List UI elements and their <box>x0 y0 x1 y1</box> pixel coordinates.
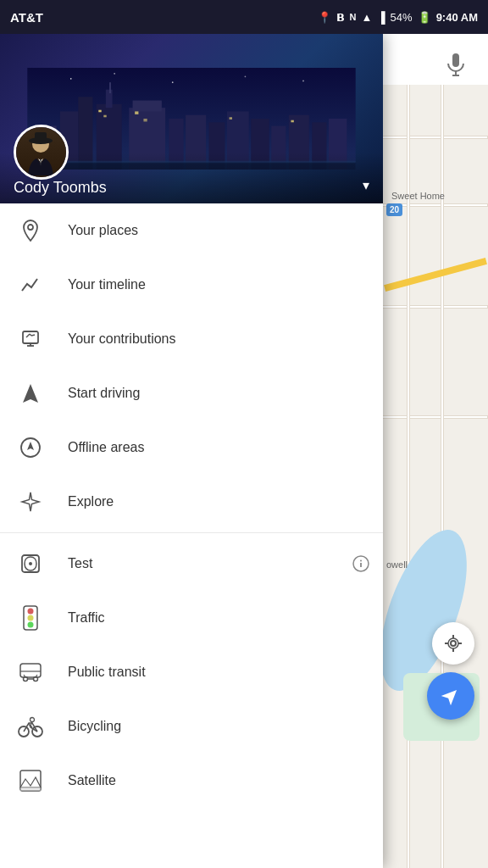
location-status-icon: 📍 <box>318 11 331 24</box>
map-highway <box>384 258 487 292</box>
battery-icon: 🔋 <box>418 11 431 24</box>
explore-icon <box>14 485 47 519</box>
svg-rect-33 <box>98 110 101 113</box>
svg-rect-38 <box>291 120 293 123</box>
menu-item-public-transit[interactable]: Public transit <box>0 645 383 699</box>
account-dropdown-arrow[interactable]: ▾ <box>363 177 369 193</box>
svg-point-62 <box>28 622 34 628</box>
menu-label-your-places: Your places <box>68 223 369 238</box>
wifi-icon: ▲ <box>362 11 373 24</box>
svg-point-13 <box>172 81 174 83</box>
svg-rect-36 <box>143 119 147 121</box>
search-area <box>383 34 488 85</box>
menu-item-start-driving[interactable]: Start driving <box>0 366 383 420</box>
microphone-button[interactable] <box>437 46 474 83</box>
menu-item-offline-areas[interactable]: Offline areas <box>0 420 383 475</box>
svg-line-49 <box>30 334 31 336</box>
battery-text: 54% <box>391 11 413 24</box>
navigation-drawer: Cody Toombs ▾ Your places Your timeline <box>0 34 383 868</box>
svg-point-8 <box>448 638 458 648</box>
svg-marker-9 <box>441 685 462 705</box>
bluetooth-icon: 𝗕 <box>336 11 345 24</box>
info-icon[interactable] <box>352 555 369 572</box>
svg-point-58 <box>360 560 362 562</box>
svg-rect-43 <box>35 132 47 142</box>
satellite-icon <box>14 764 47 798</box>
map-road <box>441 68 444 868</box>
svg-marker-53 <box>27 442 34 450</box>
svg-marker-74 <box>20 777 41 787</box>
driving-icon <box>14 376 47 410</box>
menu-label-explore: Explore <box>68 494 369 509</box>
menu-item-your-contributions[interactable]: Your contributions <box>0 312 383 366</box>
svg-rect-0 <box>452 53 459 67</box>
svg-rect-23 <box>133 101 162 112</box>
svg-point-14 <box>245 75 247 77</box>
status-bar: AT&T 📍 𝗕 N ▲ ▐ 54% 🔋 9:40 AM <box>0 0 488 34</box>
menu-item-traffic[interactable]: Traffic <box>0 591 383 645</box>
status-right: 📍 𝗕 N ▲ ▐ 54% 🔋 9:40 AM <box>318 11 478 24</box>
menu-item-your-timeline[interactable]: Your timeline <box>0 258 383 312</box>
menu-item-your-places[interactable]: Your places <box>0 203 383 258</box>
menu-label-offline-areas: Offline areas <box>68 440 369 455</box>
avatar[interactable] <box>14 125 69 180</box>
navigation-button[interactable] <box>427 672 474 720</box>
bicycling-icon <box>14 709 47 743</box>
svg-rect-63 <box>20 664 41 677</box>
test-icon <box>14 547 47 581</box>
contributions-icon <box>14 322 47 356</box>
svg-point-65 <box>24 677 28 682</box>
svg-point-55 <box>29 562 32 565</box>
menu-item-satellite[interactable]: Satellite <box>0 754 383 808</box>
menu-item-bicycling[interactable]: Bicycling <box>0 699 383 754</box>
svg-point-66 <box>34 677 38 682</box>
carrier-text: AT&T <box>10 10 43 25</box>
menu-label-bicycling: Bicycling <box>68 719 369 734</box>
svg-point-12 <box>114 73 115 75</box>
transit-icon <box>14 655 47 689</box>
menu-item-explore[interactable]: Explore <box>0 475 383 529</box>
drawer-header: Cody Toombs ▾ <box>0 34 383 203</box>
svg-rect-35 <box>135 111 138 114</box>
svg-rect-20 <box>106 90 113 108</box>
menu-label-start-driving: Start driving <box>68 386 369 401</box>
menu-label-satellite: Satellite <box>68 773 369 788</box>
svg-point-72 <box>30 718 35 722</box>
menu-label-test: Test <box>68 556 352 571</box>
svg-marker-51 <box>23 384 38 403</box>
menu-label-traffic: Traffic <box>68 610 369 626</box>
traffic-icon <box>14 601 47 635</box>
user-name: Cody Toombs <box>14 179 107 197</box>
svg-point-44 <box>28 225 33 230</box>
svg-point-61 <box>28 615 34 621</box>
map-place-label2: owell <box>386 559 408 570</box>
timeline-icon <box>14 268 47 302</box>
svg-point-15 <box>302 81 304 82</box>
svg-rect-37 <box>230 117 232 120</box>
svg-point-3 <box>451 641 456 646</box>
svg-rect-21 <box>109 82 111 93</box>
svg-rect-45 <box>23 331 38 343</box>
time-text: 9:40 AM <box>436 11 478 24</box>
offline-icon <box>14 431 47 465</box>
svg-line-48 <box>26 334 30 337</box>
signal-icon: ▐ <box>377 11 385 24</box>
nfc-icon: N <box>350 12 357 22</box>
places-icon <box>14 214 47 248</box>
svg-line-50 <box>31 335 35 336</box>
menu-divider <box>0 532 383 533</box>
map-road <box>407 68 410 868</box>
menu-label-your-timeline: Your timeline <box>68 277 369 292</box>
menu-item-test[interactable]: Test <box>0 537 383 591</box>
my-location-button[interactable] <box>432 622 474 665</box>
menu-label-your-contributions: Your contributions <box>68 331 369 347</box>
menu-section: Your places Your timeline <box>0 203 383 868</box>
svg-rect-34 <box>103 115 106 118</box>
svg-point-60 <box>28 609 34 615</box>
svg-point-11 <box>70 78 72 80</box>
menu-label-public-transit: Public transit <box>68 665 369 680</box>
map-place-label: Sweet Home <box>391 191 445 201</box>
route-marker: 20 <box>386 203 402 216</box>
avatar-image <box>16 127 66 177</box>
svg-rect-75 <box>20 787 41 791</box>
